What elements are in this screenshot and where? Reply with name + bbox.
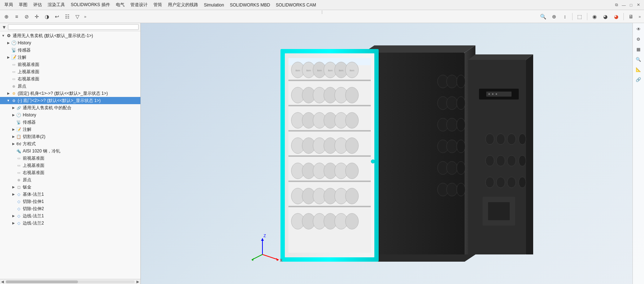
tree-root[interactable]: ▼ ⚙ 通用无人售卖机 (默认<默认_显示状态-1>) bbox=[0, 32, 140, 39]
root-toggle[interactable]: ▼ bbox=[1, 33, 6, 38]
tree-item-top-plane-sub[interactable]: ▭ 上视基准面 bbox=[0, 162, 140, 169]
svg-point-104 bbox=[519, 177, 526, 188]
tree-item-right-plane-top[interactable]: ▭ 右视基准面 bbox=[0, 75, 140, 83]
tree-item-bottom-door[interactable]: ▼ ⚙ (-) 底门<2>->? (默认<<默认>_显示状态 1>) bbox=[0, 97, 140, 104]
svg-point-86 bbox=[457, 140, 465, 153]
toolbar-btn-6[interactable]: ☷ bbox=[62, 12, 72, 22]
toolbar-btn-4[interactable]: ◑ bbox=[42, 12, 52, 22]
rsb-btn-link[interactable]: 🔗 bbox=[634, 75, 643, 84]
menu-tube[interactable]: 管筒 bbox=[151, 1, 165, 9]
tree-item-cut-list[interactable]: ▶ 📋 切割清单(2) bbox=[0, 133, 140, 140]
tree-item-fixed-body[interactable]: ▶ ⚙ (固定) 机身<1>->? (默认<<默认>_显示状态 1>) bbox=[0, 90, 140, 97]
tree-item-annotation-top[interactable]: ▶ 📝 注解 bbox=[0, 54, 140, 61]
rsb-btn-eye[interactable]: 👁 bbox=[634, 25, 643, 34]
svg-point-77 bbox=[457, 75, 465, 88]
menu-cao-ju[interactable]: 草局 bbox=[1, 1, 16, 9]
history-sub-toggle[interactable]: ▶ bbox=[11, 112, 16, 117]
base-flange-label: 基体-法兰1 bbox=[23, 191, 44, 198]
edge-flange1-toggle[interactable]: ▶ bbox=[11, 213, 16, 218]
right-plane-sub-icon: ▭ bbox=[16, 170, 22, 176]
annotation-sub-label: 注解 bbox=[23, 127, 31, 133]
tree-item-material[interactable]: 🔩 AISI 1020 钢，冷轧 bbox=[0, 147, 140, 155]
tree-item-origin-sub[interactable]: ⊕ 原点 bbox=[0, 176, 140, 183]
edge-flange2-toggle[interactable]: ▶ bbox=[11, 221, 16, 226]
menu-user-lines[interactable]: 用户定义的线路 bbox=[165, 1, 201, 9]
toolbar-btn-3[interactable]: ✛ bbox=[32, 12, 42, 22]
toolbar-right-expand[interactable]: » bbox=[637, 14, 643, 19]
close-btn[interactable]: ✕ bbox=[635, 2, 641, 8]
tree-item-sensor-sub[interactable]: 📡 传感器 bbox=[0, 119, 140, 126]
assembly-in-toggle[interactable]: ▶ bbox=[11, 105, 16, 110]
menu-sw-cam[interactable]: SOLIDWORKS CAM bbox=[273, 1, 319, 9]
menu-render[interactable]: 渲染工具 bbox=[45, 1, 68, 9]
material-label: AISI 1020 钢，冷轧 bbox=[23, 148, 60, 154]
base-flange-toggle[interactable]: ▶ bbox=[11, 192, 16, 197]
h-scrollbar-track[interactable] bbox=[6, 280, 135, 283]
view-btn-box[interactable]: ⬚ bbox=[575, 12, 585, 22]
rsb-btn-gear[interactable]: ⚙ bbox=[634, 35, 643, 44]
tree-item-sheet-metal[interactable]: ▶ ◻ 钣金 bbox=[0, 183, 140, 191]
h-scrollbar[interactable]: ◀ ▶ bbox=[0, 279, 140, 284]
bottom-door-toggle[interactable]: ▼ bbox=[6, 98, 11, 103]
annotation-top-toggle[interactable]: ▶ bbox=[6, 55, 11, 60]
menu-sw-plugin[interactable]: SOLIDWORKS 插件 bbox=[68, 1, 113, 9]
menu-sw-mbd[interactable]: SOLIDWORKS MBD bbox=[227, 1, 273, 9]
tree-item-sensor-top[interactable]: 📡 传感器 bbox=[0, 46, 140, 54]
cut-list-toggle[interactable]: ▶ bbox=[11, 134, 16, 139]
tree-item-annotation-sub[interactable]: ▶ 📝 注解 bbox=[0, 126, 140, 133]
toolbar-btn-2[interactable]: ⊘ bbox=[22, 12, 32, 22]
tree-item-history-sub[interactable]: ▶ 🕐 History bbox=[0, 111, 140, 119]
maximize-btn[interactable]: □ bbox=[628, 2, 634, 8]
tree-item-cut-extrude2[interactable]: ◇ 切除-拉伸2 bbox=[0, 205, 140, 212]
tree-item-history-top[interactable]: ▶ 🕐 History bbox=[0, 39, 140, 46]
main-toolbar: | ⊕ ≡ ⊘ ✛ ◑ ↩ ☷ ▽ » 🔍 ⊕ ↕ ⬚ ◉ ◕ ◕ 🖥 » bbox=[0, 10, 644, 23]
toolbar-btn-0[interactable]: ⊕ bbox=[1, 12, 12, 22]
menu-evaluate[interactable]: 评估 bbox=[30, 1, 45, 9]
h-scroll-left[interactable]: ◀ bbox=[0, 279, 5, 284]
tree-item-front-plane-sub[interactable]: ▭ 前视基准面 bbox=[0, 155, 140, 162]
top-plane-sub-label: 上视基准面 bbox=[23, 163, 44, 169]
view-btn-zoom[interactable]: ⊕ bbox=[549, 12, 559, 22]
annotation-sub-toggle[interactable]: ▶ bbox=[11, 127, 16, 132]
filter-input[interactable] bbox=[8, 24, 139, 30]
svg-point-74 bbox=[371, 160, 375, 163]
rsb-btn-measure[interactable]: 📐 bbox=[634, 65, 643, 74]
equation-toggle[interactable]: ▶ bbox=[11, 141, 16, 146]
view-btn-color1[interactable]: ◕ bbox=[600, 12, 610, 22]
history-top-toggle[interactable]: ▶ bbox=[6, 40, 11, 45]
h-scrollbar-thumb[interactable] bbox=[6, 280, 78, 283]
tree-item-cut-extrude1[interactable]: ◇ 切除-拉伸1 bbox=[0, 198, 140, 205]
rsb-btn-grid[interactable]: ▦ bbox=[634, 45, 643, 54]
tree-item-front-plane-top[interactable]: ▭ 前视基准面 bbox=[0, 61, 140, 68]
tree-item-equation[interactable]: ▶ f(x) 方程式 bbox=[0, 140, 140, 147]
restore-btn[interactable]: ⧉ bbox=[614, 2, 619, 8]
view-btn-search[interactable]: 🔍 bbox=[538, 12, 548, 22]
tree-item-base-flange[interactable]: ▶ ◇ 基体-法兰1 bbox=[0, 191, 140, 198]
menu-pipe-design[interactable]: 管道设计 bbox=[127, 1, 151, 9]
view-btn-color2[interactable]: ◕ bbox=[611, 12, 621, 22]
fixed-body-toggle[interactable]: ▶ bbox=[6, 91, 11, 96]
rsb-btn-zoom[interactable]: 🔍 bbox=[634, 55, 643, 64]
toolbar-btn-1[interactable]: ≡ bbox=[12, 12, 22, 22]
menu-sketch[interactable]: 草图 bbox=[16, 1, 30, 9]
tree-item-assembly-in[interactable]: ▶ 🔗 通用无人售卖机 中的配合 bbox=[0, 104, 140, 111]
view-btn-render[interactable]: ◉ bbox=[589, 12, 600, 22]
view-btn-screen[interactable]: 🖥 bbox=[626, 12, 636, 22]
tree-item-edge-flange1[interactable]: ▶ ◇ 边线-法兰1 bbox=[0, 212, 140, 219]
toolbar-expand[interactable]: » bbox=[82, 14, 88, 19]
minimize-btn[interactable]: — bbox=[621, 2, 627, 8]
svg-point-43 bbox=[345, 87, 358, 103]
view-btn-pan[interactable]: ↕ bbox=[560, 12, 570, 22]
toolbar-btn-7[interactable]: ▽ bbox=[72, 12, 82, 22]
panel-resize-handle[interactable] bbox=[139, 23, 140, 284]
menu-electric[interactable]: 电气 bbox=[113, 1, 127, 9]
tree-item-origin-top[interactable]: ⊕ 原点 bbox=[0, 83, 140, 90]
tree-item-right-plane-sub[interactable]: ▭ 右视基准面 bbox=[0, 169, 140, 176]
menu-simulation[interactable]: Simulation bbox=[201, 1, 227, 9]
svg-point-93 bbox=[486, 134, 494, 145]
tree-item-edge-flange2[interactable]: ▶ ◇ 边线-法兰2 bbox=[0, 219, 140, 227]
tree-item-top-plane-top[interactable]: ▭ 上视基准面 bbox=[0, 68, 140, 75]
sheet-metal-toggle[interactable]: ▶ bbox=[11, 185, 16, 190]
feature-tree-container[interactable]: ▼ ⚙ 通用无人售卖机 (默认<默认_显示状态-1>) ▶ 🕐 History … bbox=[0, 31, 140, 279]
toolbar-btn-5[interactable]: ↩ bbox=[52, 12, 62, 22]
